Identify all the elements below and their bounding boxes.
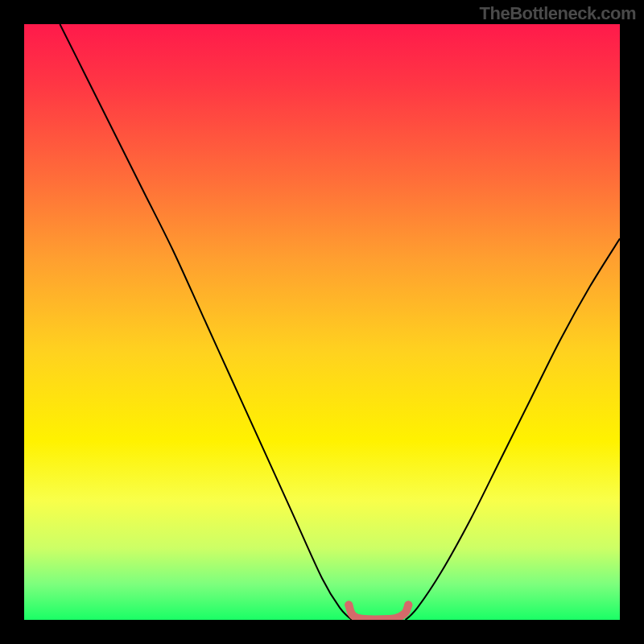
chart-frame: TheBottleneck.com [0, 0, 644, 644]
chart-svg [24, 24, 620, 620]
highlight-start-dot [345, 601, 353, 609]
watermark-text: TheBottleneck.com [480, 3, 636, 24]
gradient-background [24, 24, 620, 620]
highlight-end-dot [404, 601, 412, 609]
plot-area [24, 24, 620, 620]
